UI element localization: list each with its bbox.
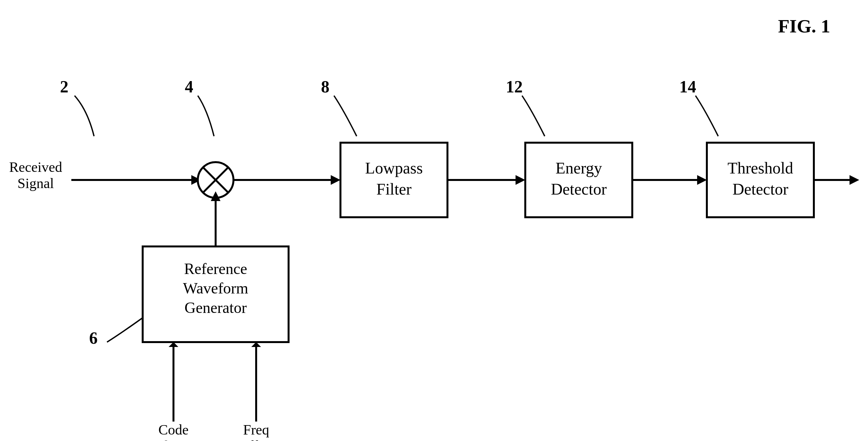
lowpass-filter-label: Lowpass	[365, 159, 423, 177]
node-8-label: 8	[321, 77, 330, 96]
node-12-label: 12	[506, 77, 523, 96]
received-signal-label: Received	[9, 159, 62, 175]
svg-marker-9	[697, 175, 707, 185]
freq-offset-label2: Offset	[238, 438, 274, 441]
code-phase-label: Code	[159, 422, 189, 438]
reference-waveform-label2: Waveform	[183, 280, 248, 297]
code-phase-label2: Phase	[157, 438, 190, 441]
reference-waveform-label: Reference	[184, 260, 247, 277]
node-4-label: 4	[185, 77, 193, 96]
block-diagram: FIG. 1 2 4 8 12 14 Received Signal Lowpa…	[0, 0, 868, 441]
freq-offset-label: Freq	[243, 422, 270, 438]
threshold-detector-label: Threshold	[727, 159, 794, 177]
figure-title: FIG. 1	[778, 15, 830, 37]
svg-marker-7	[516, 175, 525, 185]
threshold-detector-label2: Detector	[733, 180, 788, 198]
energy-detector-label: Energy	[555, 159, 602, 177]
node-14-label: 14	[679, 77, 696, 96]
svg-marker-5	[331, 175, 340, 185]
received-signal-label2: Signal	[18, 176, 54, 191]
svg-marker-11	[849, 175, 859, 185]
reference-waveform-label3: Generator	[185, 299, 247, 316]
energy-detector-label2: Detector	[551, 180, 607, 198]
node-2-label: 2	[60, 77, 68, 96]
node-6-label: 6	[89, 329, 98, 347]
lowpass-filter-label2: Filter	[376, 180, 412, 198]
